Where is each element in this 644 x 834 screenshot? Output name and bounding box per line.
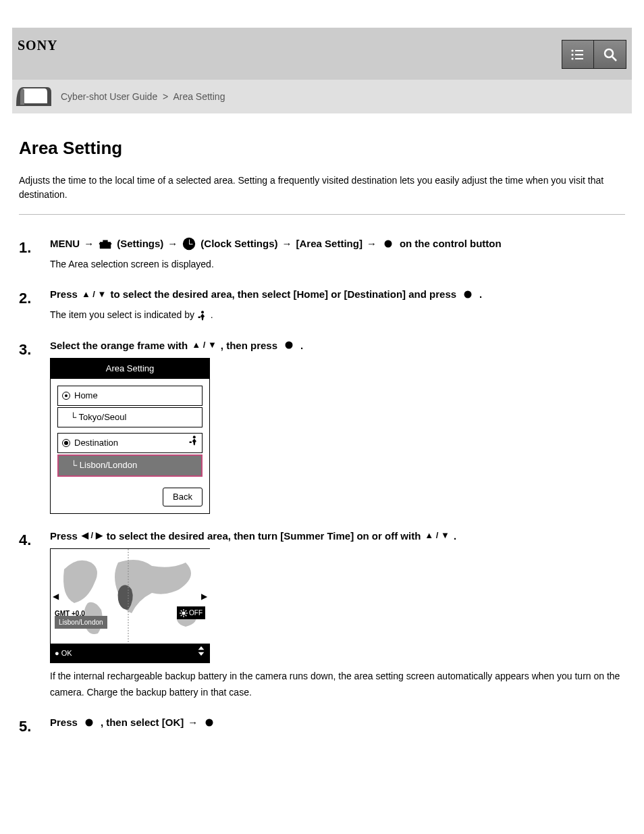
control-button-text: on the control button [400,235,502,253]
destination-area-row: Lisbon/London [57,454,203,476]
step-5: Press , then select [OK] → [19,714,625,731]
svg-line-7 [612,57,616,61]
back-button[interactable]: Back [163,488,203,506]
breadcrumb: Cyber-shot User Guide > Area Setting [61,91,225,102]
step-1-note: The Area selection screen is displayed. [50,257,625,273]
arrow-icon: → [188,714,198,731]
svg-point-29 [85,719,92,727]
radio-selected-icon [62,439,70,447]
settings-label: (Settings) [117,235,163,253]
updown-indicator [197,646,205,660]
area-setting-label: [Area Setting] [296,235,363,253]
svg-line-26 [186,610,187,611]
svg-point-14 [193,436,196,439]
search-icon [602,47,618,63]
clock-settings-label: (Clock Settings) [200,235,277,253]
step5-b: , then select [OK] [101,714,184,731]
svg-rect-1 [575,50,583,51]
map-right-arrow: ▶ [201,590,207,603]
radio-icon [62,392,70,400]
center-button-icon [202,715,217,730]
svg-line-24 [186,615,187,616]
svg-line-23 [181,610,182,611]
up-down-arrows: ▲ / ▼ [82,287,107,302]
svg-point-6 [605,49,613,57]
svg-point-4 [571,57,573,59]
breadcrumb-bar: Cyber-shot User Guide > Area Setting [12,80,632,113]
svg-marker-28 [198,652,205,656]
svg-point-9 [384,240,392,247]
dst-value: OFF [189,607,203,619]
left-right-arrows: ◀ / ▶ [82,528,103,543]
svg-rect-15 [190,442,192,443]
breadcrumb-root[interactable]: Cyber-shot User Guide [61,91,157,102]
svg-line-25 [181,615,182,616]
step5-a: Press [50,714,78,731]
svg-point-2 [571,53,573,55]
divider [19,214,625,215]
arrow-icon: → [367,235,377,253]
steps-list: MENU → (Settings) → (Clock Settings) → [… [19,235,625,731]
toolbox-icon [98,236,113,251]
traveler-indicator-icon [197,309,211,320]
step4-a: Press [50,527,78,545]
battery-warning: If the internal rechargeable backup batt… [50,669,625,701]
svg-point-11 [201,311,204,313]
svg-point-10 [464,291,472,298]
step-2: Press ▲ / ▼ to select the desired area, … [19,286,625,323]
page-title: Area Setting [19,138,625,159]
sun-icon [180,609,188,617]
svg-point-30 [206,719,213,727]
svg-rect-12 [198,317,200,318]
world-map-screen: ◀ ▶ GMT +0.0 Lisbon/London OFF ● OK [50,548,210,663]
step2-note: The item you select is indicated by [50,309,194,320]
svg-point-18 [182,611,185,615]
traveler-icon [188,435,199,450]
step-3: Select the orange frame with ▲ / ▼ , the… [19,337,625,514]
search-button[interactable] [594,40,626,69]
svg-point-0 [571,49,573,51]
arrow-icon: → [84,235,94,253]
up-down-arrows: ▲ / ▼ [425,528,450,543]
home-area-value: Tokyo/Seoul [70,412,126,422]
main-content: Area Setting Adjusts the time to the loc… [12,113,632,731]
center-button-icon [281,338,296,353]
area-setting-screen: Area Setting Home Tokyo/Seoul Destinatio… [50,358,210,514]
clock-icon [182,236,196,251]
region-label: Lisbon/London [55,616,107,629]
svg-point-13 [286,342,293,349]
center-button-icon [460,287,475,302]
menu-label: MENU [50,235,80,253]
center-button-icon [381,236,396,251]
step2-press: Press [50,286,78,303]
toc-button[interactable] [562,40,594,69]
period: . [300,337,303,355]
home-label: Home [74,388,98,403]
map-left-arrow: ◀ [53,590,59,603]
destination-row: Destination [57,433,203,453]
world-map-icon [51,549,211,644]
arrow-icon: → [167,235,178,253]
arrow-icon: → [282,235,292,253]
brand-logo: SONY [18,38,58,53]
ok-indicator: ● OK [55,647,72,660]
screen-title: Area Setting [51,359,209,379]
step4-b: to select the desired area, then turn [S… [107,527,421,545]
home-row: Home [57,386,203,406]
intro-text: Adjusts the time to the local time of a … [19,174,625,202]
step3-a: Select the orange frame with [50,337,188,355]
home-area-row: Tokyo/Seoul [57,407,203,427]
step-4: Press ◀ / ▶ to select the desired area, … [19,527,625,701]
breadcrumb-separator: > [163,91,168,102]
svg-rect-5 [575,58,583,59]
destination-area-value: Lisbon/London [71,460,137,470]
up-down-arrows: ▲ / ▼ [192,338,217,353]
svg-rect-3 [575,54,583,55]
period: . [454,527,456,545]
step2-text: to select the desired area, then select … [110,286,456,303]
period: . [479,286,482,303]
destination-label: Destination [74,436,118,450]
page-number: 153 [12,745,632,834]
period: . [211,309,213,320]
breadcrumb-current: Area Setting [173,91,225,102]
